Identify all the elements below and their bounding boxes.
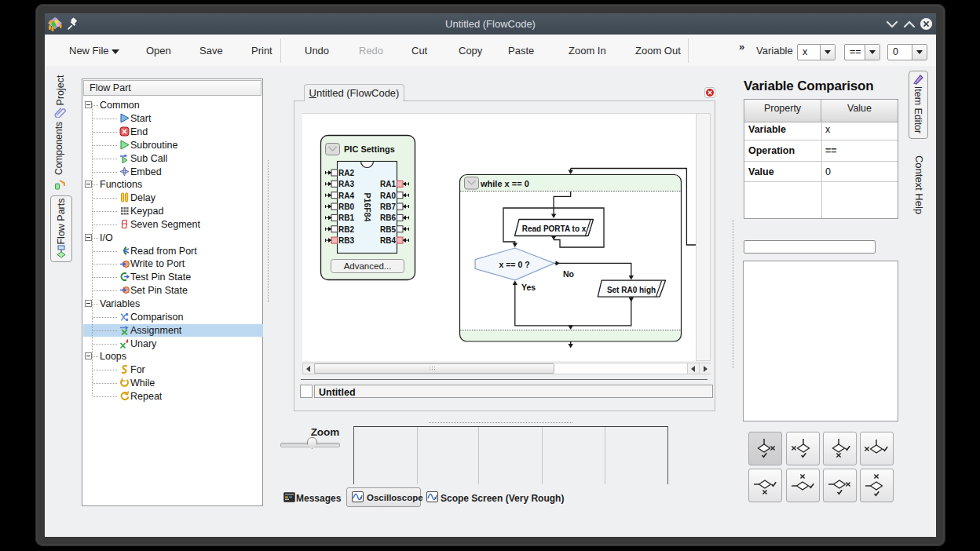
svg-text:RB4: RB4 — [380, 236, 396, 245]
svg-text:RA4: RA4 — [338, 192, 354, 200]
svg-text:No: No — [563, 269, 574, 279]
svg-text:RB6: RB6 — [380, 213, 396, 222]
svg-text:RA2: RA2 — [338, 169, 354, 177]
svg-text:Set RA0 high: Set RA0 high — [607, 286, 656, 294]
svg-text:RA1: RA1 — [380, 180, 396, 188]
svg-text:RB2: RB2 — [338, 225, 354, 234]
svg-text:RB1: RB1 — [338, 213, 354, 222]
svg-text:Read PORTA to x: Read PORTA to x — [522, 224, 587, 233]
svg-text:Yes: Yes — [521, 283, 536, 292]
svg-text:RB3: RB3 — [338, 236, 354, 245]
svg-text:P16F84: P16F84 — [363, 193, 372, 222]
svg-text:RA0: RA0 — [380, 192, 396, 200]
svg-text:RB5: RB5 — [380, 225, 396, 234]
svg-text:RB0: RB0 — [338, 203, 354, 211]
svg-text:x == 0 ?: x == 0 ? — [499, 260, 529, 269]
svg-text:RB7: RB7 — [380, 203, 396, 211]
svg-text:RA3: RA3 — [338, 180, 354, 188]
svg-text:while x == 0: while x == 0 — [480, 179, 529, 188]
svg-text:PIC Settings: PIC Settings — [344, 144, 395, 154]
svg-text:Advanced...: Advanced... — [344, 261, 392, 271]
